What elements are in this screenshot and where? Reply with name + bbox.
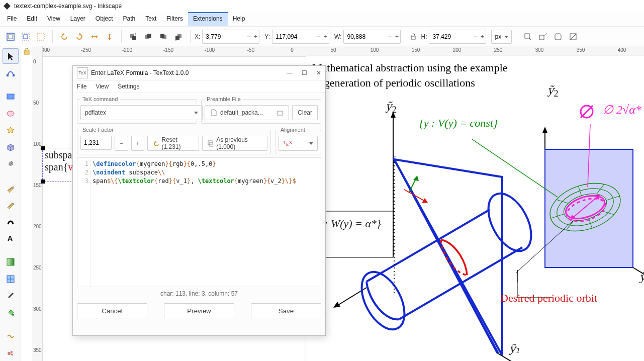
textext-menu-view[interactable]: View	[96, 83, 109, 90]
calligraphy-tool[interactable]	[3, 214, 19, 229]
textext-menu-settings[interactable]: Settings	[118, 83, 139, 90]
as-previous-button[interactable]: As previous (1.000)	[202, 136, 267, 151]
canvas[interactable]: subspace span{v₁, v₂} Mathematical abstr…	[42, 56, 644, 361]
text-tool[interactable]: A	[3, 230, 19, 246]
scale-plus-button[interactable]: +	[131, 136, 145, 151]
select-all-layer-button[interactable]	[3, 29, 18, 44]
latex-editor[interactable]: 123 \definecolor{mygreen}{rgb}{0,.5,0}\n…	[77, 157, 321, 287]
preamble-file-button[interactable]: default_packa...	[205, 105, 289, 120]
close-button[interactable]: ✕	[316, 69, 321, 76]
w-input[interactable]	[344, 33, 386, 40]
mirror-v-button[interactable]	[102, 29, 117, 44]
separator	[190, 30, 191, 43]
menu-edit[interactable]: Edit	[22, 12, 42, 26]
paintbucket-tool[interactable]	[3, 305, 19, 320]
editor-code[interactable]: \definecolor{mygreen}{rgb}{0,.5,0}\noind…	[90, 158, 321, 186]
select-all-button[interactable]	[18, 29, 33, 44]
pencil-tool[interactable]	[3, 180, 19, 196]
canvas-area[interactable]: -300-250-200-150-100-5005010015020025030…	[32, 46, 644, 361]
bezier-tool[interactable]	[3, 197, 19, 212]
y-input[interactable]	[272, 33, 315, 40]
w-plus-button[interactable]: +	[393, 33, 400, 40]
menu-object[interactable]: Object	[90, 12, 118, 26]
units-select[interactable]: px	[491, 30, 512, 44]
ruler-h-tick: -200	[122, 47, 132, 53]
lock-icon[interactable]	[23, 47, 31, 55]
lock-aspect-button[interactable]	[406, 29, 421, 44]
tweak-tool[interactable]	[3, 328, 19, 344]
y-minus-button[interactable]: −	[315, 33, 322, 40]
lower-button[interactable]	[156, 29, 171, 44]
cancel-button[interactable]: Cancel	[77, 303, 147, 318]
y-input-box[interactable]: − +	[272, 30, 329, 44]
deselect-button[interactable]	[33, 29, 48, 44]
alignment-select[interactable]: TEX	[279, 136, 318, 151]
save-button[interactable]: Save	[251, 303, 321, 318]
x-input-box[interactable]: − +	[202, 30, 259, 44]
raise-button[interactable]	[141, 29, 156, 44]
spiral-tool[interactable]	[3, 156, 19, 172]
h-input-box[interactable]: − +	[429, 30, 486, 44]
rotate-cw-button[interactable]	[72, 29, 87, 44]
svg-rect-29	[7, 94, 14, 99]
textext-menu-file[interactable]: File	[77, 83, 86, 90]
h-plus-button[interactable]: +	[479, 33, 486, 40]
code-line[interactable]: span$\{\textcolor{red}{v_1}, \textcolor{…	[93, 177, 319, 186]
menu-view[interactable]: View	[42, 12, 65, 26]
menu-extensions[interactable]: Extensions	[188, 12, 228, 26]
selector-tool[interactable]	[3, 48, 19, 64]
textext-titlebar[interactable]: TeX Enter LaTeX Formula - TexText 1.0.0 …	[73, 66, 325, 80]
tex-command-select[interactable]: pdflatex	[80, 105, 203, 120]
preview-button[interactable]: Preview	[164, 303, 234, 318]
menu-layer[interactable]: Layer	[65, 12, 90, 26]
w-minus-button[interactable]: −	[386, 33, 393, 40]
reset-scale-button[interactable]: Reset (1.231)	[147, 136, 199, 151]
x-input[interactable]	[203, 33, 245, 40]
3dbox-tool[interactable]	[3, 139, 19, 155]
minimize-button[interactable]: —	[287, 69, 293, 76]
x-minus-button[interactable]: −	[245, 33, 252, 40]
menu-filters[interactable]: Filters	[161, 12, 188, 26]
scale-minus-button[interactable]: −	[115, 136, 128, 151]
menu-text[interactable]: Text	[140, 12, 161, 26]
spray-tool[interactable]	[3, 345, 19, 361]
vertical-ruler[interactable]: 050100150200250300350	[32, 46, 43, 361]
code-line[interactable]: \noindent subspace\\	[93, 168, 319, 177]
textext-dialog[interactable]: TeX Enter LaTeX Formula - TexText 1.0.0 …	[72, 65, 326, 336]
node-tool[interactable]	[3, 65, 19, 80]
document-icon	[210, 109, 217, 116]
ellipse-tool[interactable]	[3, 106, 19, 121]
horizontal-ruler[interactable]: -300-250-200-150-100-5005010015020025030…	[32, 46, 644, 57]
svg-page: Mathematical abstraction using the examp…	[306, 56, 644, 361]
affect-move-button[interactable]	[520, 29, 535, 44]
affect-corner-button[interactable]	[550, 29, 566, 44]
w-input-box[interactable]: − +	[343, 30, 401, 44]
menu-file[interactable]: File	[2, 12, 22, 26]
ruler-v-tick: 50	[33, 100, 39, 106]
ruler-h-tick: 200	[453, 47, 462, 53]
clear-preamble-button[interactable]: Clear	[292, 105, 318, 120]
menu-path[interactable]: Path	[118, 12, 141, 26]
code-line[interactable]: \definecolor{mygreen}{rgb}{0,.5,0}	[93, 160, 319, 168]
affect-gradient-button[interactable]	[566, 29, 581, 44]
h-input[interactable]	[429, 33, 472, 40]
menu-help[interactable]: Help	[228, 12, 250, 26]
maximize-button[interactable]: ☐	[302, 69, 307, 76]
orbit-text: Desired periodic orbit	[500, 292, 597, 305]
scale-input-box[interactable]	[80, 136, 112, 150]
h-minus-button[interactable]: −	[472, 33, 479, 40]
rotate-ccw-button[interactable]	[57, 29, 72, 44]
ruler-h-tick: 50	[330, 47, 336, 53]
affect-scale-button[interactable]	[535, 29, 550, 44]
mirror-h-button[interactable]	[87, 29, 102, 44]
gradient-tool[interactable]	[3, 254, 19, 270]
raise-top-button[interactable]	[126, 29, 141, 44]
lower-bottom-button[interactable]	[171, 29, 186, 44]
y-plus-button[interactable]: +	[322, 33, 329, 40]
star-tool[interactable]	[3, 123, 19, 138]
scale-input[interactable]	[81, 139, 111, 146]
dropper-tool[interactable]	[3, 288, 19, 303]
rect-tool[interactable]	[3, 89, 19, 105]
mesh-tool[interactable]	[3, 271, 19, 287]
x-plus-button[interactable]: +	[252, 33, 259, 40]
